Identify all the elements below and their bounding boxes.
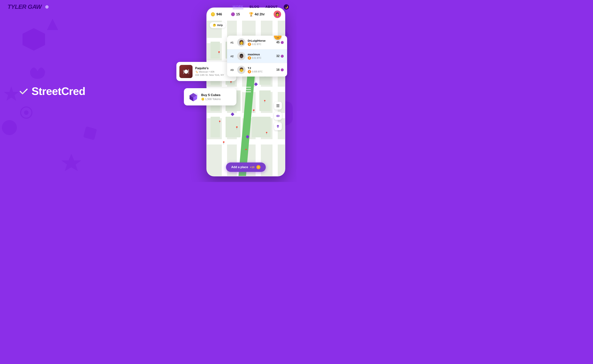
- svg-marker-2: [4, 86, 19, 101]
- cube-icon-large: [188, 91, 199, 102]
- phone-mockup: Broadway 📍 📌 📍 📍 📍 📍 📍 📍 📍 📍 📍 📍 📍 📍: [206, 7, 285, 176]
- lb-rank-2: #2: [230, 55, 235, 58]
- lb-rank-3: #3: [230, 68, 235, 72]
- svg-rect-8: [83, 126, 97, 140]
- svg-point-6: [2, 120, 17, 135]
- lb-score-1: 45 🟣: [276, 41, 284, 44]
- nav-blog[interactable]: BLOG: [249, 5, 259, 9]
- nav-about[interactable]: ABOUT: [266, 5, 278, 9]
- lb-rank-1: #1: [230, 41, 235, 44]
- svg-marker-0: [23, 28, 45, 51]
- lb-name-2: maximus: [248, 53, 274, 56]
- lb-score-value-2: 32: [276, 54, 280, 58]
- svg-marker-1: [61, 154, 81, 171]
- lb-btc-value-2: 0.01 BTC: [252, 57, 261, 59]
- brand-name: StreetCred: [32, 85, 85, 97]
- btc-icon-3: ₿: [248, 70, 251, 73]
- streetcred-logo: StreetCred: [19, 85, 85, 97]
- buy-tokens: 🪙 1,500 Tokens: [201, 98, 221, 101]
- location-button[interactable]: [274, 122, 282, 130]
- leaderboard-row-3: #3 👨 TJ ₿ 0.005 BTC 16 🟣: [227, 63, 287, 77]
- buy-cubes-card[interactable]: Buy 5 Cubes 🪙 1,500 Tokens: [184, 88, 236, 105]
- svg-marker-3: [47, 19, 58, 30]
- place-distance: • 40ft: [209, 70, 214, 73]
- lb-score-3: 16 🟣: [276, 68, 284, 72]
- place-info: Paquito's 🏷️ Mexican • 40ft 434 14th St.…: [195, 67, 224, 76]
- lb-btc-value-1: 0.02 BTC: [252, 43, 261, 46]
- site-logo: TYLER GAW: [7, 3, 49, 10]
- check-icon: [19, 86, 28, 96]
- add-place-bonus: +10: [250, 166, 254, 169]
- lb-info-1: DrLuigiHorse ₿ 0.02 BTC: [248, 39, 274, 46]
- place-thumbnail: 🍽️: [179, 65, 193, 78]
- leaderboard-row-2: #2 👨🏿 maximus ₿ 0.01 BTC 32 🟣: [227, 49, 287, 63]
- logo-dot: [45, 5, 49, 9]
- buy-cubes-title: Buy 5 Cubes: [201, 93, 221, 97]
- lb-name-3: TJ: [248, 66, 274, 70]
- lb-name-1: DrLuigiHorse: [248, 39, 274, 42]
- lb-info-3: TJ ₿ 0.005 BTC: [248, 66, 274, 73]
- place-category: 🏷️ Mexican • 40ft: [195, 70, 224, 73]
- lb-score-value-1: 45: [276, 41, 280, 44]
- category-icon: 🏷️: [195, 70, 198, 73]
- svg-point-10: [21, 107, 32, 118]
- add-place-coin-icon: 🪙: [256, 165, 261, 169]
- buy-info: Buy 5 Cubes 🪙 1,500 Tokens: [201, 93, 221, 101]
- leaderboard: 🏆 #1 👩 DrLuigiHorse ₿ 0.02 BTC 45 🟣 #2 👨…: [227, 36, 287, 77]
- dark-mode-toggle[interactable]: 🌙: [284, 4, 289, 10]
- lb-btc-value-3: 0.005 BTC: [252, 70, 262, 73]
- token-coin-icon: 🪙: [201, 98, 204, 101]
- btc-icon-1: ₿: [248, 43, 251, 46]
- svg-rect-13: [276, 105, 280, 106]
- lb-btc-2: ₿ 0.01 BTC: [248, 56, 274, 60]
- svg-rect-14: [276, 107, 280, 107]
- svg-point-11: [24, 110, 28, 115]
- lb-score-value-3: 16: [276, 68, 280, 72]
- svg-rect-12: [276, 104, 280, 105]
- help-label: Help: [217, 24, 223, 27]
- help-button[interactable]: 🤔 Help: [210, 22, 226, 28]
- add-place-button[interactable]: Add a place +10 🪙: [226, 162, 266, 172]
- lb-avatar-3: 👨: [237, 66, 245, 74]
- nav-links: WORK BLOG ABOUT 🌙: [233, 4, 289, 10]
- category-text: Mexican: [199, 70, 208, 73]
- lb-avatar-1: 👩: [237, 38, 245, 46]
- token-amount: 1,500 Tokens: [205, 98, 221, 101]
- place-address: 434 14th St. New York, NY: [195, 74, 224, 76]
- eye-view-button[interactable]: [274, 112, 282, 120]
- brand-section: StreetCred: [19, 85, 85, 97]
- place-name: Paquito's: [195, 67, 224, 70]
- svg-point-15: [277, 115, 279, 117]
- list-view-button[interactable]: [274, 102, 282, 110]
- lb-avatar-2: 👨🏿: [237, 52, 245, 60]
- lb-btc-1: ₿ 0.02 BTC: [248, 43, 274, 46]
- logo-text: TYLER GAW: [7, 3, 41, 10]
- lb-info-2: maximus ₿ 0.01 BTC: [248, 53, 274, 60]
- lb-score-2: 32 🟣: [276, 54, 284, 58]
- help-emoji: 🤔: [213, 24, 216, 27]
- nav-work[interactable]: WORK: [233, 5, 244, 9]
- btc-icon-2: ₿: [248, 56, 251, 60]
- add-place-label: Add a place: [231, 165, 248, 169]
- lb-btc-3: ₿ 0.005 BTC: [248, 70, 274, 73]
- navbar: TYLER GAW WORK BLOG ABOUT 🌙: [0, 0, 297, 14]
